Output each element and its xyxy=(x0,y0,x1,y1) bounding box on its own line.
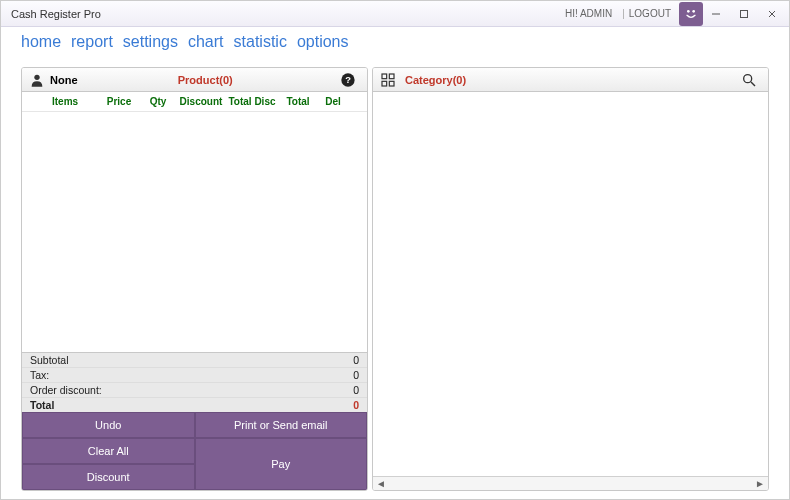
totals-section: Subtotal 0 Tax: 0 Order discount: 0 Tota… xyxy=(22,352,367,412)
customer-name[interactable]: None xyxy=(50,74,78,86)
product-panel: Category(0) ◄ ► xyxy=(372,67,769,491)
nav-settings[interactable]: settings xyxy=(123,33,178,51)
discount-button[interactable]: Discount xyxy=(22,464,195,490)
order-discount-label: Order discount: xyxy=(30,384,102,396)
maximize-button[interactable] xyxy=(733,5,755,23)
svg-rect-10 xyxy=(389,74,394,79)
order-panel: None Product(0) ? Items Price Qty Discou… xyxy=(21,67,368,491)
total-value: 0 xyxy=(353,399,359,411)
app-logo-icon xyxy=(679,2,703,26)
page-prev[interactable]: ◄ xyxy=(376,478,386,489)
nav-report[interactable]: report xyxy=(71,33,113,51)
nav-statistic[interactable]: statistic xyxy=(234,33,287,51)
svg-point-6 xyxy=(34,74,39,79)
order-discount-row: Order discount: 0 xyxy=(22,383,367,398)
col-del: Del xyxy=(318,96,348,107)
order-table-header: Items Price Qty Discount Total Disc Tota… xyxy=(22,92,367,112)
category-grid-icon[interactable] xyxy=(379,71,397,89)
product-pager: ◄ ► xyxy=(373,476,768,490)
svg-rect-3 xyxy=(741,10,748,17)
order-panel-header: None Product(0) ? xyxy=(22,68,367,92)
nav-home[interactable]: home xyxy=(21,33,61,51)
svg-rect-12 xyxy=(389,81,394,86)
col-total: Total xyxy=(278,96,318,107)
order-discount-value: 0 xyxy=(353,384,359,396)
tax-value: 0 xyxy=(353,369,359,381)
clear-all-button[interactable]: Clear All xyxy=(22,438,195,464)
main-nav: home report settings chart statistic opt… xyxy=(1,27,789,61)
svg-point-13 xyxy=(744,74,752,82)
undo-button[interactable]: Undo xyxy=(22,412,195,438)
svg-point-0 xyxy=(687,10,690,13)
total-row: Total 0 xyxy=(22,398,367,412)
product-grid xyxy=(373,92,768,476)
logout-link[interactable]: LOGOUT xyxy=(629,8,671,19)
search-icon[interactable] xyxy=(740,71,758,89)
app-title: Cash Register Pro xyxy=(11,8,101,20)
pay-button[interactable]: Pay xyxy=(195,438,368,490)
page-next[interactable]: ► xyxy=(755,478,765,489)
product-panel-header: Category(0) xyxy=(373,68,768,92)
separator: | xyxy=(622,8,625,19)
close-button[interactable] xyxy=(761,5,783,23)
col-items: Items xyxy=(28,96,98,107)
help-icon[interactable]: ? xyxy=(339,71,357,89)
col-discount: Discount xyxy=(176,96,226,107)
total-label: Total xyxy=(30,399,54,411)
svg-text:?: ? xyxy=(345,75,351,85)
action-buttons: Undo Print or Send email Clear All Pay D… xyxy=(22,412,367,490)
product-count[interactable]: Product(0) xyxy=(178,74,233,86)
titlebar: Cash Register Pro HI! ADMIN | LOGOUT xyxy=(1,1,789,27)
subtotal-label: Subtotal xyxy=(30,354,69,366)
user-greeting: HI! ADMIN xyxy=(565,8,612,19)
svg-point-1 xyxy=(692,10,695,13)
col-price: Price xyxy=(98,96,140,107)
print-button[interactable]: Print or Send email xyxy=(195,412,368,438)
tax-row: Tax: 0 xyxy=(22,368,367,383)
minimize-button[interactable] xyxy=(705,5,727,23)
nav-chart[interactable]: chart xyxy=(188,33,224,51)
col-total-disc: Total Disc xyxy=(226,96,278,107)
svg-line-14 xyxy=(751,82,755,86)
svg-rect-11 xyxy=(382,81,387,86)
subtotal-value: 0 xyxy=(353,354,359,366)
tax-label: Tax: xyxy=(30,369,49,381)
col-qty: Qty xyxy=(140,96,176,107)
category-count[interactable]: Category(0) xyxy=(405,74,466,86)
order-rows xyxy=(22,112,367,352)
subtotal-row: Subtotal 0 xyxy=(22,353,367,368)
nav-options[interactable]: options xyxy=(297,33,349,51)
svg-rect-9 xyxy=(382,74,387,79)
customer-icon[interactable] xyxy=(28,71,46,89)
